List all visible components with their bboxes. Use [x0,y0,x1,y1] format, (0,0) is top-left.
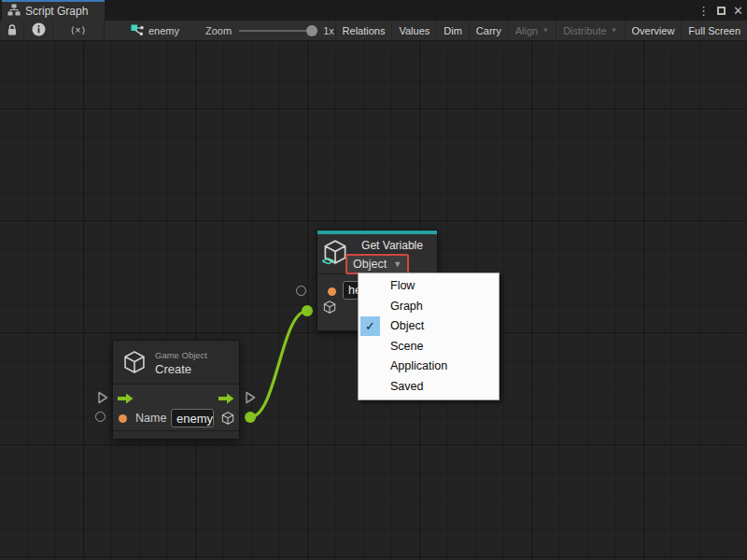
zoom-value: 1x [323,25,334,36]
script-graph-window: Script Graph ⋮ ✕ [0,0,747,560]
get-variable-header: <> Get Variable Object ▼ [317,234,437,273]
variable-kind-menu: Flow Graph ✓ Object Scene Application Sa… [358,273,500,400]
variable-kind-dropdown[interactable]: Object ▼ [345,254,409,274]
chevron-down-icon: ▼ [542,26,549,35]
dim-label: Dim [444,25,462,36]
menu-item-label: Application [390,359,447,372]
name-input[interactable]: enemy [171,409,214,427]
align-button: Align ▼ [508,21,556,41]
menu-item-label: Flow [390,279,415,292]
zoom-label: Zoom [205,25,232,36]
graph-icon [131,23,144,38]
script-graph-icon [7,4,21,19]
wire-output-dot [245,412,256,423]
zoom-slider[interactable] [239,25,317,36]
tab-script-graph[interactable]: Script Graph [2,0,105,21]
menu-item-scene[interactable]: Scene [359,337,499,357]
flow-out-arrow-icon[interactable] [218,391,234,408]
cube-icon [322,300,337,318]
lock-button[interactable] [0,21,24,41]
menu-item-label: Scene [390,340,423,353]
lock-icon [7,23,18,38]
tab-label: Script Graph [25,5,88,18]
flow-in-arrow-icon[interactable] [118,391,134,408]
getvar-flow-port[interactable] [296,286,306,296]
create-header: Game Object Create [113,341,239,384]
name-label: Name [135,412,166,425]
chevron-down-icon: ▼ [393,259,402,269]
menu-item-saved[interactable]: Saved [359,377,499,398]
distribute-button: Distribute ▼ [556,21,624,41]
check-icon: ✓ [360,316,380,336]
values-label: Values [399,25,430,36]
create-flow-row [113,384,239,408]
node-title: Get Variable [349,239,435,252]
graph-reference[interactable]: enemy [131,23,179,38]
info-button[interactable] [24,21,53,41]
chevron-down-icon: ▼ [611,26,618,35]
toolbar: ⟨×⟩ enemy Zoom 1x Relations [0,21,747,41]
info-icon [32,22,46,38]
relations-button[interactable]: Relations [335,21,392,41]
menu-item-label: Graph [390,300,423,313]
close-icon[interactable]: ✕ [733,5,743,17]
variable-name-port-dot[interactable] [328,287,336,296]
overview-button[interactable]: Overview [625,21,682,41]
node-supertitle: Game Object [155,350,207,360]
graph-name-label: enemy [148,25,179,36]
variable-kind-value: Object [353,258,387,271]
create-flow-in-port[interactable] [97,391,108,408]
window-controls: ⋮ ✕ [698,0,743,21]
dim-button[interactable]: Dim [436,21,469,41]
create-node[interactable]: Game Object Create Name enemy [112,340,240,440]
graph-canvas[interactable]: <> Get Variable Object ▼ he [0,41,747,560]
maximize-icon[interactable] [717,7,726,15]
toolbar-gap [105,21,131,41]
relations-label: Relations [343,25,386,36]
fullscreen-label: Full Screen [688,25,740,36]
name-input-value: enemy [176,412,213,426]
toolbar-buttons: Relations Values Dim Carry Align ▼ Distr… [335,21,747,41]
menu-item-label: Object [390,319,424,332]
cube-icon [121,349,148,379]
carry-button[interactable]: Carry [469,21,508,41]
create-name-port[interactable] [95,412,106,422]
align-label: Align [515,25,538,36]
menu-item-application[interactable]: Application [359,357,499,377]
node-title: Create [155,362,191,376]
fullscreen-button[interactable]: Full Screen [681,21,747,41]
cube-icon [220,411,235,429]
code-variable-icon: <> [322,255,333,268]
values-button[interactable]: Values [391,21,436,41]
create-flow-out-port[interactable] [245,391,256,408]
menu-item-graph[interactable]: Graph [359,297,499,317]
create-footer [113,430,239,439]
code-toggle-button[interactable]: ⟨×⟩ [53,21,105,41]
name-port-dot[interactable] [119,414,127,423]
menu-item-flow[interactable]: Flow [359,276,499,297]
more-menu-icon[interactable]: ⋮ [698,5,710,17]
overview-label: Overview [632,25,675,36]
titlebar: Script Graph ⋮ ✕ [0,0,747,21]
carry-label: Carry [476,25,501,36]
wire-input-dot [302,305,313,316]
menu-item-label: Saved [390,380,423,393]
distribute-label: Distribute [563,25,606,36]
menu-item-object[interactable]: ✓ Object [359,316,499,337]
create-name-row: Name enemy [113,408,239,430]
zoom-slider-handle[interactable] [306,25,317,36]
code-brackets-icon: ⟨×⟩ [71,25,87,35]
